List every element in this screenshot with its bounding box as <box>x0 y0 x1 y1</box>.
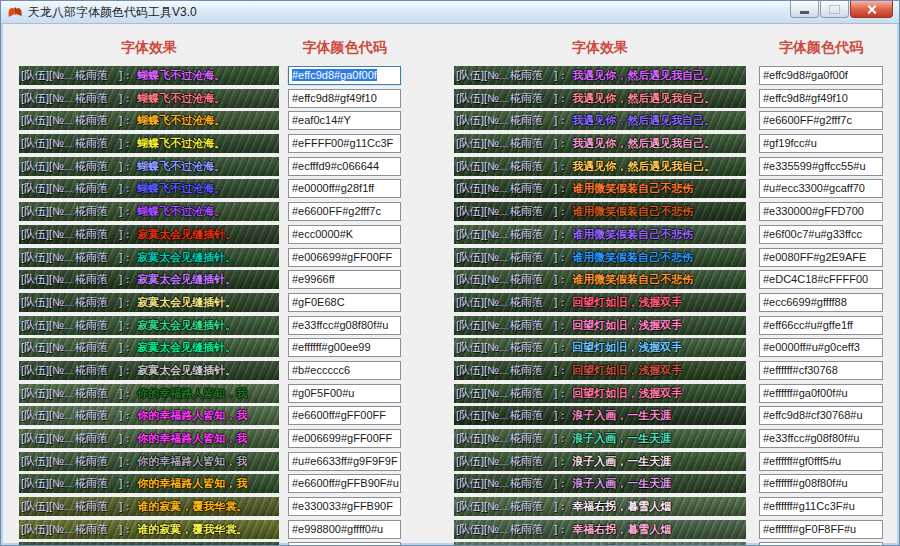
color-code-input-left[interactable]: #effc9d8#ga0f00f <box>288 66 401 85</box>
font-effect-preview-left: [队伍][№﹏椛雨萢ゞ]：寂寞太会见缝插针。 <box>19 293 279 312</box>
color-code-input-left[interactable]: #e336600#cFFF0FF <box>288 542 401 546</box>
color-code-text: #e6600FF#g2fff7c <box>763 114 852 126</box>
font-effect-preview-left: [队伍][№﹏椛雨萢ゞ]：你的幸福路人皆知，我 <box>19 406 279 425</box>
chat-prefix: [队伍][№﹏椛雨萢ゞ]： <box>21 228 133 240</box>
color-code-input-left[interactable]: #e330033#gFFB90F <box>288 497 401 516</box>
color-code-text: #e33ffcc#g08f80f#u <box>763 432 859 444</box>
color-code-text: #effc9d8#ga0f00f <box>763 69 848 81</box>
chat-prefix: [队伍][№﹏椛雨萢ゞ]： <box>456 92 568 104</box>
color-code-text: #ecfffd9#c066644 <box>292 160 379 172</box>
color-row: [队伍][№﹏椛雨萢ゞ]：你的幸福路人皆知，我 #e6600ff#gFF00FF… <box>19 406 899 425</box>
color-code-text: #gF0E68C <box>292 296 345 308</box>
color-code-input-right[interactable]: #effc9d8#ga0f00f <box>759 66 883 85</box>
chat-message: 我遇见你，然后遇见我自己。 <box>572 137 715 149</box>
font-effect-preview-left: [队伍][№﹏椛雨萢ゞ]：谁的寂寞，覆我华裳。 <box>19 542 279 546</box>
chat-prefix: [队伍][№﹏椛雨萢ゞ]： <box>21 319 133 331</box>
chat-message: 蝴蝶飞不过沧海。 <box>137 182 225 194</box>
color-code-text: #effffff#g08f80f#u <box>763 477 848 489</box>
font-effect-preview-left: [队伍][№﹏椛雨萢ゞ]：寂寞太会见缝插针。 <box>19 361 279 380</box>
font-effect-preview-right: [队伍][№﹏椛雨萢ゞ]：谁用微笑假装自己不悲伤 <box>454 225 746 244</box>
color-code-input-left[interactable]: #eaf0c14#Y <box>288 111 401 130</box>
color-code-input-right[interactable]: #effc9d8#cf30768#u <box>759 406 883 425</box>
color-code-input-left[interactable]: #e6600FF#g2fff7c <box>288 202 401 221</box>
color-code-input-right[interactable]: #e6600FF#g2fff7c <box>759 111 883 130</box>
color-row: [队伍][№﹏椛雨萢ゞ]：寂寞太会见缝插针。 #e33ffcc#g08f80f#… <box>19 316 899 335</box>
color-code-input-right[interactable]: #e0080FF#g2E9AFE <box>759 248 883 267</box>
chat-message: 寂寞太会见缝插针。 <box>137 228 236 240</box>
color-row: [队伍][№﹏椛雨萢ゞ]：寂寞太会见缝插针。 #ecc0000#K [队伍][№… <box>19 225 899 244</box>
font-effect-preview-left: [队伍][№﹏椛雨萢ゞ]：寂寞太会见缝插针。 <box>19 248 279 267</box>
color-code-input-right[interactable]: #effffff#gF0F8FF#u <box>759 520 883 539</box>
color-code-text: #e006699#gFF00FF <box>292 251 392 263</box>
close-button[interactable] <box>850 1 893 18</box>
titlebar: 天龙八部字体颜色代码工具V3.0 <box>1 1 899 24</box>
header-right-effect: 字体效果 <box>454 36 746 58</box>
color-code-input-left[interactable]: #eFFFF00#g11Cc3F <box>288 134 401 153</box>
color-code-input-left[interactable]: #e0000ff#g28f1ff <box>288 179 401 198</box>
color-code-input-left[interactable]: #g0F5F00#u <box>288 384 401 403</box>
color-code-input-right[interactable]: #effc9d8#gf49f10 <box>759 89 883 108</box>
chat-prefix: [队伍][№﹏椛雨萢ゞ]： <box>21 409 133 421</box>
color-code-input-left[interactable]: #e33ffcc#g08f80f#u <box>288 316 401 335</box>
chat-prefix: [队伍][№﹏椛雨萢ゞ]： <box>456 409 568 421</box>
color-code-input-right[interactable]: #gf19fcc#u <box>759 134 883 153</box>
color-code-input-left[interactable]: #e998800#gffff0#u <box>288 520 401 539</box>
color-code-input-left[interactable]: #e006699#gFF00FF <box>288 248 401 267</box>
color-code-input-left[interactable]: #effc9d8#gf49f10 <box>288 89 401 108</box>
color-code-input-left[interactable]: #e006699#gFF00FF <box>288 429 401 448</box>
color-code-text: #e6600ff#gFF00FF <box>292 409 386 421</box>
color-code-input-right[interactable]: #e0000ff#u#g0ceff3 <box>759 338 883 357</box>
font-effect-preview-right: [队伍][№﹏椛雨萢ゞ]：谁用微笑假装自己不悲伤 <box>454 202 746 221</box>
chat-prefix: [队伍][№﹏椛雨萢ゞ]： <box>456 273 568 285</box>
font-effect-preview-left: [队伍][№﹏椛雨萢ゞ]：寂寞太会见缝插针。 <box>19 338 279 357</box>
color-code-input-left[interactable]: #effffff#g00ee99 <box>288 338 401 357</box>
chat-message: 幸福右拐，暮雪人烟 <box>572 523 671 535</box>
color-code-input-right[interactable]: #e335599#gffcc55#u <box>759 157 883 176</box>
color-row: [队伍][№﹏椛雨萢ゞ]：寂寞太会见缝插针。 #gF0E68C [队伍][№﹏椛… <box>19 293 899 312</box>
color-code-input-right[interactable]: #u#ecc3300#gcaff70 <box>759 179 883 198</box>
maximize-button[interactable] <box>820 1 849 18</box>
chat-prefix: [队伍][№﹏椛雨萢ゞ]： <box>456 341 568 353</box>
color-code-input-left[interactable]: #ecfffd9#c066644 <box>288 157 401 176</box>
color-code-input-right[interactable]: #eff66cc#u#gffe1ff <box>759 316 883 335</box>
color-code-input-right[interactable]: #e6f00c7#u#g33ffcc <box>759 225 883 244</box>
minimize-button[interactable] <box>790 1 819 18</box>
color-code-input-left[interactable]: #e9966ff <box>288 270 401 289</box>
color-code-input-left[interactable]: #b#eccccc6 <box>288 361 401 380</box>
color-code-input-left[interactable]: #e6600ff#gFF00FF <box>288 406 401 425</box>
chat-message: 浪子入画，一生天涯 <box>572 477 671 489</box>
color-code-input-left[interactable]: #u#e6633ff#g9F9F9F <box>288 452 401 471</box>
chat-prefix: [队伍][№﹏椛雨萢ゞ]： <box>456 364 568 376</box>
color-code-input-right[interactable]: #effffff#cf30768 <box>759 361 883 380</box>
color-code-input-right[interactable]: #effffff#gf0fff5#u <box>759 452 883 471</box>
color-code-input-left[interactable]: #gF0E68C <box>288 293 401 312</box>
color-code-input-right[interactable]: #eDC4C18#cFFFF00 <box>759 270 883 289</box>
color-code-input-right[interactable]: #ecc6699#gffff88 <box>759 293 883 312</box>
font-effect-preview-left: [队伍][№﹏椛雨萢ゞ]：谁的寂寞，覆我华裳。 <box>19 497 279 516</box>
color-code-input-right[interactable]: #effffff#g08f80f#u <box>759 474 883 493</box>
color-code-text: #e0080FF#g2E9AFE <box>763 251 866 263</box>
color-code-input-left[interactable]: #e6600ff#gFFB90F#u <box>288 474 401 493</box>
color-code-text: #e6600FF#g2fff7c <box>292 205 381 217</box>
color-code-text: #ecc6699#gffff88 <box>763 296 847 308</box>
color-row: [队伍][№﹏椛雨萢ゞ]：蝴蝶飞不过沧海。 #e6600FF#g2fff7c [… <box>19 202 899 221</box>
color-code-text: #effc9d8#ga0f00f <box>292 69 377 81</box>
color-code-input-right[interactable]: #e33ffcc#g08f80f#u <box>759 429 883 448</box>
chat-message: 我遇见你，然后遇见我自己。 <box>572 69 715 81</box>
color-code-input-right[interactable]: #effffff#g11Cc3F#u <box>759 497 883 516</box>
column-headers: 字体效果 字体颜色代码 字体效果 字体颜色代码 <box>1 24 899 58</box>
color-code-input-right[interactable]: #gffffb0#e0f0000#u <box>759 542 883 546</box>
color-row: [队伍][№﹏椛雨萢ゞ]：蝴蝶飞不过沧海。 #eFFFF00#g11Cc3F [… <box>19 134 899 153</box>
chat-prefix: [队伍][№﹏椛雨萢ゞ]： <box>456 319 568 331</box>
color-row: [队伍][№﹏椛雨萢ゞ]：你的幸福路人皆知，我 #e6600ff#gFFB90F… <box>19 474 899 493</box>
color-code-input-left[interactable]: #ecc0000#K <box>288 225 401 244</box>
color-row: [队伍][№﹏椛雨萢ゞ]：谁的寂寞，覆我华裳。 #e998800#gffff0#… <box>19 520 899 539</box>
chat-prefix: [队伍][№﹏椛雨萢ゞ]： <box>21 523 133 535</box>
color-code-text: #effffff#gF0F8FF#u <box>763 523 856 535</box>
color-code-input-right[interactable]: #e330000#gFFD700 <box>759 202 883 221</box>
color-code-input-right[interactable]: #effffff#ga0f00f#u <box>759 384 883 403</box>
color-row: [队伍][№﹏椛雨萢ゞ]：谁的寂寞，覆我华裳。 #e336600#cFFF0FF… <box>19 542 899 546</box>
font-effect-preview-right: [队伍][№﹏椛雨萢ゞ]：谁用微笑假装自己不悲伤 <box>454 248 746 267</box>
chat-message: 寂寞太会见缝插针。 <box>137 273 236 285</box>
header-right-code: 字体颜色代码 <box>759 36 883 58</box>
